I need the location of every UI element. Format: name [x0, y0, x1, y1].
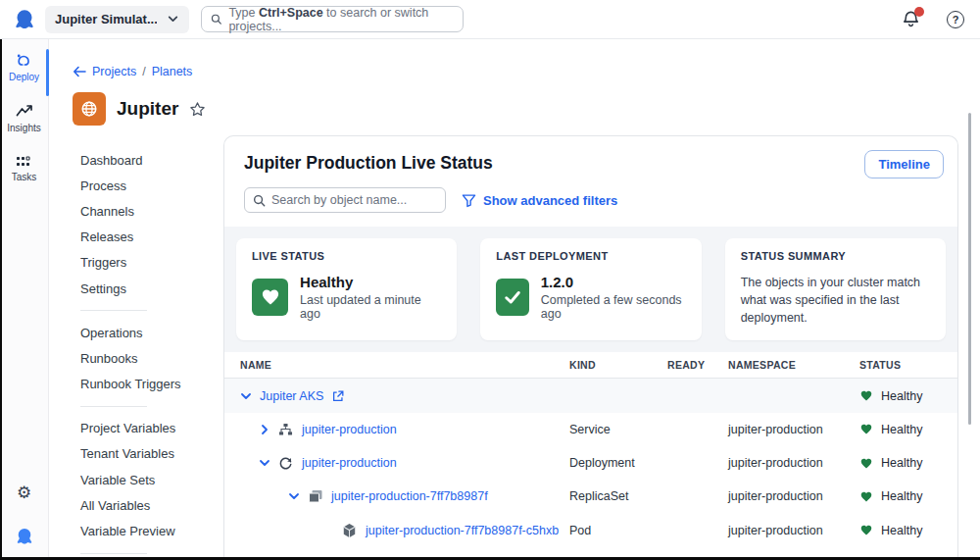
breadcrumb: Projects / Planets: [73, 65, 223, 78]
show-advanced-filters[interactable]: Show advanced filters: [462, 193, 617, 208]
chevron-down-icon[interactable]: [288, 490, 300, 502]
project-avatar: [73, 92, 106, 126]
sidebar-item-variable-sets[interactable]: Variable Sets: [80, 467, 223, 492]
rail-label: Insights: [7, 123, 40, 133]
kind-cell: Service: [569, 423, 667, 436]
summary-cards-strip: LIVE STATUS Healthy Last updated a minut…: [224, 227, 957, 352]
global-search-input[interactable]: Type Ctrl+Space to search or switch proj…: [201, 6, 464, 32]
help-button[interactable]: ?: [947, 11, 964, 28]
object-name-link[interactable]: Jupiter AKS: [260, 389, 323, 403]
chevron-right-icon[interactable]: [259, 424, 270, 435]
sidebar-item-triggers[interactable]: Triggers: [80, 250, 223, 276]
sidebar-item-all-variables[interactable]: All Variables: [80, 492, 223, 518]
card-label: STATUS SUMMARY: [741, 250, 930, 262]
deploy-icon: [16, 51, 33, 68]
page-title: Jupiter: [117, 98, 178, 120]
healthy-heart-icon: [859, 423, 873, 435]
globe-icon: [80, 100, 98, 118]
object-name-link[interactable]: jupiter-production: [302, 423, 397, 436]
sidebar-item-channels[interactable]: Channels: [80, 198, 223, 224]
tasks-icon: [16, 155, 32, 168]
status-label: Healthy: [881, 389, 922, 403]
notifications-button[interactable]: [902, 10, 921, 29]
project-switcher[interactable]: Jupiter Simulat...: [45, 6, 189, 33]
search-icon: [253, 194, 266, 207]
chevron-down-icon[interactable]: [259, 457, 270, 469]
deployment-subtitle: Completed a few seconds ago: [541, 293, 686, 321]
replicaset-icon: [308, 488, 323, 504]
nav-divider: [80, 406, 147, 407]
status-summary-card: STATUS SUMMARY The objects in your clust…: [725, 238, 946, 340]
sidebar-item-releases[interactable]: Releases: [80, 225, 223, 250]
object-name-link[interactable]: jupiter-production: [302, 456, 397, 470]
nav-divider: [80, 310, 147, 311]
settings-gear-icon[interactable]: ⚙: [17, 484, 31, 501]
timeline-button[interactable]: Timeline: [864, 150, 944, 178]
icon-rail: Deploy Insights Tasks ⚙: [0, 39, 49, 560]
pod-icon: [342, 523, 358, 538]
breadcrumb-projects[interactable]: Projects: [92, 65, 136, 78]
back-arrow-icon[interactable]: [73, 66, 86, 77]
chevron-down-icon[interactable]: [240, 390, 252, 402]
status-label: Healthy: [881, 456, 922, 470]
favorite-star-icon[interactable]: [189, 101, 206, 118]
name-cell: jupiter-production: [240, 422, 569, 437]
breadcrumb-planets[interactable]: Planets: [152, 65, 193, 78]
octopus-logo-icon[interactable]: [12, 7, 37, 32]
rail-item-deploy[interactable]: Deploy: [0, 39, 48, 92]
external-link-icon[interactable]: [331, 388, 347, 404]
status-cell: Healthy: [859, 423, 942, 436]
table-row: jupiter-production-7ff7b8987f-c5hxbPodju…: [224, 514, 957, 547]
column-ready: READY: [667, 359, 728, 371]
name-cell: jupiter-production-7ff7b8987f-c5hxb: [240, 523, 569, 538]
namespace-cell: jupiter-production: [728, 524, 859, 537]
global-search-placeholder: Type Ctrl+Space to search or switch proj…: [228, 6, 454, 33]
success-check-icon: [496, 279, 528, 316]
table-header: NAME KIND READY NAMESPACE STATUS: [224, 352, 957, 379]
sidebar-item-runbooks[interactable]: Runbooks: [80, 345, 223, 371]
nav-divider: [80, 553, 147, 554]
search-icon: [211, 13, 221, 25]
project-switcher-label: Jupiter Simulat...: [55, 12, 157, 26]
namespace-cell: jupiter-production: [728, 423, 859, 436]
live-status-value: Healthy: [300, 274, 441, 290]
status-cell: Healthy: [859, 489, 942, 503]
sidebar-item-process[interactable]: Process: [80, 173, 223, 198]
healthy-heart-icon: [859, 490, 873, 503]
object-search-box[interactable]: [244, 187, 446, 213]
scrollbar[interactable]: [968, 113, 971, 425]
insights-icon: [16, 104, 33, 119]
sidebar-item-dashboard[interactable]: Dashboard: [80, 147, 223, 173]
object-search-input[interactable]: [271, 193, 437, 207]
rail-item-tasks[interactable]: Tasks: [0, 143, 48, 192]
rail-item-insights[interactable]: Insights: [0, 92, 48, 143]
deployment-version: 1.2.0: [541, 274, 686, 290]
sidebar-item-runbook-triggers[interactable]: Runbook Triggers: [80, 372, 223, 397]
rail-label: Tasks: [12, 172, 37, 182]
sidebar-item-variable-preview[interactable]: Variable Preview: [80, 518, 223, 543]
status-label: Healthy: [881, 524, 922, 537]
object-name-link[interactable]: jupiter-production-7ff7b8987f: [331, 489, 488, 503]
kind-cell: Deployment: [569, 456, 667, 470]
sidebar-item-project-variables[interactable]: Project Variables: [80, 416, 223, 441]
filter-funnel-icon: [462, 193, 476, 208]
sidebar-item-operations[interactable]: Operations: [80, 320, 223, 345]
table-row: Jupiter AKSHealthy: [224, 379, 957, 412]
namespace-cell: jupiter-production: [728, 489, 859, 503]
last-deployment-card: LAST DEPLOYMENT 1.2.0 Completed a few se…: [480, 238, 701, 340]
card-label: LAST DEPLOYMENT: [496, 250, 685, 262]
live-status-card: LIVE STATUS Healthy Last updated a minut…: [236, 238, 457, 340]
column-kind: KIND: [569, 359, 667, 371]
object-name-link[interactable]: jupiter-production-7ff7b8987f-c5hxb: [366, 524, 559, 537]
breadcrumb-separator: /: [142, 65, 145, 78]
sidebar-item-tenant-variables[interactable]: Tenant Variables: [80, 441, 223, 467]
column-name: NAME: [240, 359, 569, 371]
deployment-icon: [278, 455, 294, 471]
healthy-heart-icon: [859, 389, 873, 402]
namespace-cell: jupiter-production: [728, 456, 859, 470]
sidebar-item-settings[interactable]: Settings: [80, 276, 223, 301]
name-cell: Jupiter AKS: [240, 388, 569, 404]
status-label: Healthy: [881, 423, 922, 436]
octopus-profile-icon[interactable]: [15, 527, 34, 546]
status-cell: Healthy: [859, 456, 942, 470]
